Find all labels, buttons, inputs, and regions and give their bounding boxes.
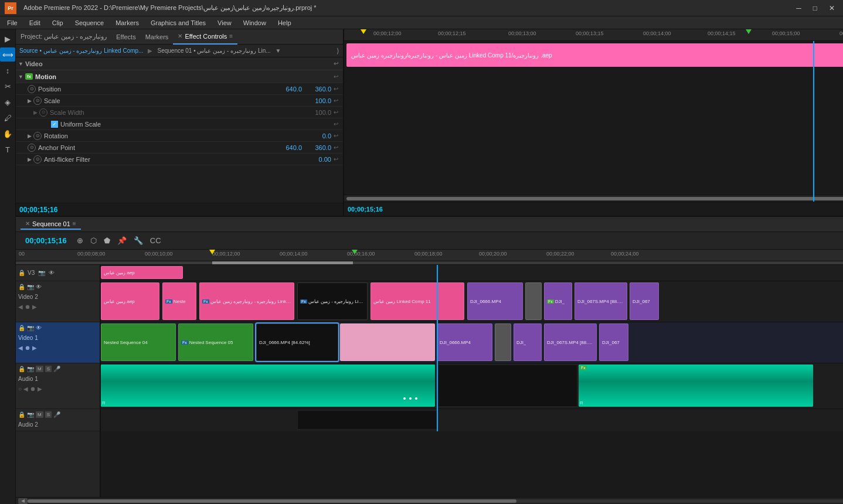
a1-backward-icon[interactable]: ◀ (23, 386, 28, 392)
menu-sequence[interactable]: Sequence (70, 18, 109, 28)
menu-clip[interactable]: Clip (47, 18, 68, 28)
ec-position-y[interactable]: 360.0 (302, 86, 331, 93)
ec-anchor-x[interactable]: 640.0 (273, 144, 302, 151)
v2-clip-7[interactable]: DJI_067S.MP4 [88.19%] (575, 282, 627, 320)
ec-motion-reset[interactable]: ↩ (331, 72, 341, 81)
a2-solo-btn[interactable]: S (45, 411, 52, 418)
v1-clip-5[interactable]: DJI_ (514, 323, 542, 361)
v2-eye-icon[interactable]: 👁 (36, 284, 42, 290)
a1-lock-icon[interactable]: 🔒 (18, 366, 25, 372)
v2-clip-2[interactable]: FxNeste (162, 282, 196, 320)
razor-tool[interactable]: ✂ (0, 79, 15, 93)
v1-backward-icon[interactable]: ◀ (18, 345, 23, 351)
track-content[interactable]: زمین عباس.aep زمین عباس.aep FxNeste (101, 265, 843, 497)
minimize-button[interactable]: ─ (793, 3, 805, 13)
timeline-hscrollbar[interactable]: ◀ ▶ ○ (16, 497, 843, 504)
tl-tool-extract[interactable]: ⬟ (102, 234, 112, 247)
ec-rotation-stopwatch[interactable]: ⊙ (33, 132, 42, 140)
v1-circle-icon[interactable]: ⏺ (25, 345, 30, 351)
a1-camera-icon[interactable]: 📷 (27, 366, 34, 372)
ec-dropdown-arrow[interactable]: ▼ (276, 47, 281, 54)
menu-file[interactable]: File (2, 18, 22, 28)
v2-camera-icon[interactable]: 📷 (27, 284, 34, 290)
project-tab[interactable]: Project: رونبارجیره - زمین عباس (16, 29, 111, 45)
a1-solo-btn[interactable]: S (45, 366, 52, 372)
v3-clip-1[interactable]: زمین عباس.aep (101, 266, 183, 279)
v2-clip-4[interactable]: زمین عباس Linked Comp 11 (370, 282, 464, 320)
v3-camera-icon[interactable]: 📷 (38, 270, 45, 276)
source-in-marker[interactable] (361, 29, 366, 34)
v1-clip-3[interactable] (340, 323, 435, 361)
v2-clip-5[interactable]: DJI_0666.MP4 (467, 282, 523, 320)
seq-menu-icon[interactable]: ≡ (73, 220, 76, 227)
ec-rotation-reset[interactable]: ↩ (331, 131, 341, 141)
a2-lock-icon[interactable]: 🔒 (18, 411, 25, 418)
v1-clip-4[interactable]: DJI_0666.MP4 (437, 323, 492, 361)
source-out-marker[interactable] (746, 29, 752, 34)
pen-tool[interactable]: 🖊 (0, 111, 15, 125)
ec-anchor-stopwatch[interactable]: ⊙ (28, 144, 36, 152)
a1-audio-clip-2[interactable]: R Fx (579, 365, 813, 407)
timeline-ruler[interactable]: 00 00;00;08;00 00;00;10;00 00;00;12;00 0… (16, 250, 843, 261)
a1-mic-icon[interactable]: 🎤 (53, 366, 60, 372)
ec-scale-reset[interactable]: ↩ (331, 96, 341, 105)
a2-camera-icon[interactable]: 📷 (27, 411, 34, 418)
a2-mic-icon[interactable]: 🎤 (53, 411, 60, 418)
v2-clip-selected[interactable]: Fxرونبارجیره - زمین عباس Linked Comp 11 (297, 282, 368, 320)
v2-backward-icon[interactable]: ◀ (18, 304, 23, 310)
a1-mute-btn[interactable]: M (36, 366, 43, 372)
menu-help[interactable]: Help (273, 18, 296, 28)
tl-tool-pin[interactable]: 📌 (115, 234, 128, 247)
ec-scale-value[interactable]: 100.0 (302, 97, 331, 104)
close-button[interactable]: ✕ (825, 3, 838, 13)
ec-uniform-checkbox[interactable]: ✓ (51, 121, 58, 128)
scroll-left-btn[interactable]: ◀ (18, 498, 28, 504)
panel-menu-icon-ec[interactable]: ≡ (229, 33, 233, 39)
tl-in-marker[interactable] (209, 250, 215, 254)
ec-uniformscale-reset[interactable]: ↩ (331, 120, 341, 129)
a1-audio-clip-1[interactable]: R (101, 365, 435, 407)
menu-markers[interactable]: Markers (111, 18, 144, 28)
v1-clip-7[interactable]: DJI_067 (599, 323, 628, 361)
ec-anchor-y[interactable]: 360.0 (302, 144, 331, 151)
menu-window[interactable]: Window (239, 18, 271, 28)
effects-tab[interactable]: Effects (111, 29, 140, 45)
a1-vol-knob[interactable]: ○ (18, 386, 22, 392)
ec-position-stopwatch[interactable]: ⊙ (28, 85, 36, 93)
a2-mute-btn[interactable]: M (36, 411, 43, 418)
ec-position-x[interactable]: 640.0 (273, 86, 302, 93)
ec-antiflicker-stopwatch[interactable]: ⊙ (33, 155, 42, 164)
v2-lock-icon[interactable]: 🔒 (18, 284, 25, 290)
ec-push-icon[interactable]: ⟩ (336, 47, 339, 55)
v1-clip-selected[interactable]: DJI_0666.MP4 [84.62%] (256, 323, 338, 361)
ec-scale-stopwatch[interactable]: ⊙ (33, 97, 42, 105)
v1-lock-icon[interactable]: 🔒 (18, 325, 25, 331)
ec-antiflicker-value[interactable]: 0.00 (302, 156, 331, 163)
v1-eye-icon[interactable]: 👁 (36, 325, 42, 331)
ec-rotation-value[interactable]: 0.0 (302, 132, 331, 139)
v3-eye-icon[interactable]: 👁 (49, 270, 55, 276)
hand-tool[interactable]: ✋ (0, 127, 15, 141)
v2-circle-icon[interactable]: ⏺ (25, 304, 30, 310)
tl-tool-wrench[interactable]: 🔧 (132, 234, 145, 247)
tl-tool-lift[interactable]: ⬡ (89, 234, 98, 247)
v2-clip-6[interactable]: FxDJI_ (544, 282, 572, 320)
a1-forward-icon[interactable]: ▶ (38, 386, 42, 392)
ec-position-reset[interactable]: ↩ (331, 84, 341, 94)
selection-tool[interactable]: ▶ (0, 32, 15, 46)
effect-controls-tab[interactable]: ✕ Effect Controls ≡ (173, 29, 237, 45)
v2-clip-8[interactable]: DJI_067 (630, 282, 659, 320)
v3-lock-icon[interactable]: 🔒 (18, 270, 25, 276)
v1-clip-1[interactable]: Nested Sequence 04 (101, 323, 176, 361)
markers-tab[interactable]: Markers (141, 29, 174, 45)
v1-clip-6[interactable]: DJI_067S.MP4 [88.19%] (544, 323, 597, 361)
source-scrollbar[interactable]: ○ (344, 195, 843, 202)
menu-graphics[interactable]: Graphics and Titles (146, 18, 210, 28)
menu-edit[interactable]: Edit (25, 18, 45, 28)
seq-close-icon[interactable]: ✕ (25, 220, 30, 227)
v1-camera-icon[interactable]: 📷 (27, 325, 34, 331)
ec-anchor-reset[interactable]: ↩ (331, 143, 341, 152)
v1-clip-2[interactable]: FxNested Sequence 05 (178, 323, 253, 361)
effect-controls-close[interactable]: ✕ (178, 33, 182, 39)
tl-tool-captions[interactable]: CC (148, 234, 163, 247)
